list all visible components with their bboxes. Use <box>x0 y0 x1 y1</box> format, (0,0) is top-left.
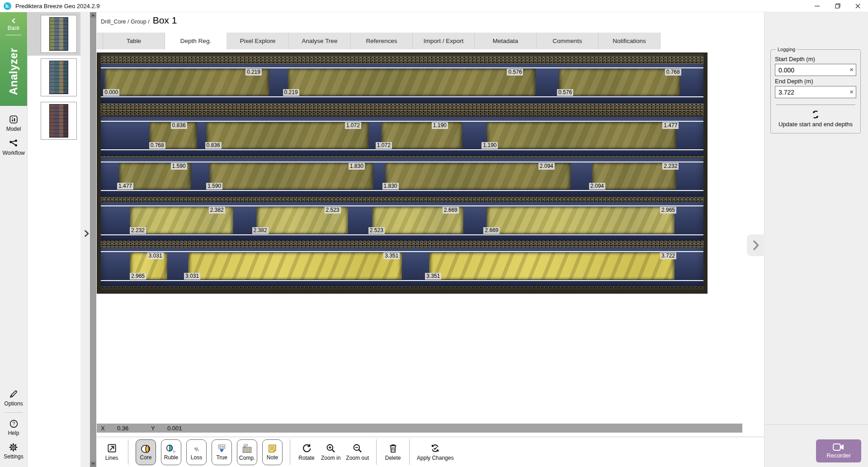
titlebar: b. Prediktera Breeze Geo 2024.2.9 <box>0 0 868 12</box>
depth-label: 2.094 <box>589 183 605 190</box>
start-depth-label: Start Depth (m) <box>775 56 856 62</box>
recorder-button[interactable]: Recorder <box>816 439 861 462</box>
scroll-up-button[interactable] <box>90 12 96 18</box>
lines-icon <box>107 443 117 453</box>
zoom-in-button[interactable]: Zoom in <box>321 443 340 461</box>
button-label: Ruble <box>164 454 178 461</box>
sidebar-item-options[interactable]: Options <box>4 390 23 407</box>
mode-button-loss[interactable]: Loss <box>186 439 207 465</box>
depth-band-line <box>101 96 703 97</box>
rotate-button[interactable]: Rotate <box>297 443 316 461</box>
depth-band-line <box>101 67 703 68</box>
gear-icon <box>9 443 18 452</box>
depth-label: 1.830 <box>349 163 365 170</box>
back-button[interactable]: Back <box>8 25 20 31</box>
annotation-mode-group: CoreRubleLossX mTrueComp.Note <box>136 439 283 465</box>
clear-end-depth-icon[interactable]: × <box>849 88 854 96</box>
update-depths-button[interactable]: Update start and end depths <box>775 110 856 128</box>
depth-band-line <box>101 121 703 122</box>
sidebar-item-help[interactable]: ?Help <box>8 419 19 436</box>
clear-start-depth-icon[interactable]: × <box>849 66 854 74</box>
scroll-down-button[interactable] <box>90 461 96 467</box>
depth-label: 3.351 <box>383 253 400 259</box>
core-box-image[interactable]: 0.2190.5760.7680.0000.2190.5760.8361.072… <box>97 52 708 294</box>
breadcrumb-path[interactable]: Drill_Core / Group / <box>101 19 150 25</box>
tab-table[interactable]: Table <box>103 33 165 49</box>
core-segment <box>486 122 676 149</box>
vertical-scrollbar[interactable] <box>90 12 96 467</box>
depth-label: 0.576 <box>557 89 573 96</box>
close-button[interactable] <box>848 0 868 12</box>
depth-label: 2.965 <box>130 273 146 280</box>
depth-band-line <box>101 190 703 191</box>
apply-changes-button[interactable]: Apply Changes <box>417 443 453 461</box>
tab-import-export[interactable]: Import / Export <box>413 33 475 49</box>
mode-button-note[interactable]: Note <box>262 439 283 465</box>
end-depth-input[interactable] <box>775 86 856 98</box>
toolbar-divider <box>128 439 128 465</box>
sidebar-item-settings[interactable]: Settings <box>4 443 23 460</box>
core-segment <box>288 69 536 96</box>
button-label: Apply Changes <box>417 455 453 461</box>
app-logo-icon: b. <box>4 2 11 10</box>
minimize-button[interactable] <box>807 0 827 12</box>
chevron-right-icon <box>752 240 760 251</box>
mode-button-true[interactable]: X mTrue <box>212 439 232 465</box>
core-segment <box>188 253 402 280</box>
app-sidebar: Back Analyzer ModelWorkflow Options?Help… <box>0 12 28 467</box>
right-panel-expander[interactable] <box>747 234 764 256</box>
depth-label: 2.232 <box>130 227 146 234</box>
depth-label: 0.219 <box>283 89 299 96</box>
core-segment <box>104 69 269 96</box>
depth-label: 2.094 <box>538 163 555 170</box>
depth-label: 1.830 <box>382 183 399 190</box>
depth-label: 2.232 <box>662 163 679 170</box>
tab-pixel-explore[interactable]: Pixel Explore <box>227 33 289 49</box>
help-icon: ? <box>9 419 19 429</box>
depth-label: 0.576 <box>507 69 523 76</box>
tab-metadata[interactable]: Metadata <box>475 33 537 49</box>
tab-notifications[interactable]: Notifications <box>599 33 660 49</box>
tab-depth-reg[interactable]: Depth Reg. <box>165 33 227 49</box>
delete-icon <box>388 443 398 453</box>
tab-comments[interactable]: Comments <box>537 33 599 49</box>
button-label: Loss <box>191 454 202 461</box>
core-segment <box>559 69 680 96</box>
sidebar-item-label: Model <box>6 126 21 132</box>
divider <box>6 35 21 35</box>
window-controls <box>807 0 868 12</box>
tab-bar-spacer <box>97 33 103 49</box>
depth-label: 2.523 <box>368 227 385 234</box>
restore-button[interactable] <box>827 0 848 12</box>
comp-icon <box>241 443 253 454</box>
depth-band-line <box>101 162 703 162</box>
breadcrumb: Drill_Core / Group / Box 1 <box>101 15 177 26</box>
tab-analyse-tree[interactable]: Analyse Tree <box>289 33 351 49</box>
mode-button-comp[interactable]: Comp. <box>237 439 257 465</box>
cursor-y-label: Y <box>151 425 167 432</box>
main-content: Drill_Core / Group / Box 1 TableDepth Re… <box>96 12 764 467</box>
delete-button[interactable]: Delete <box>384 443 402 461</box>
right-panel: Logging Start Depth (m) × End Depth (m) … <box>764 12 868 467</box>
mode-button-core[interactable]: Core <box>136 439 156 465</box>
zoom-out-button[interactable]: Zoom out <box>346 443 369 461</box>
start-depth-input[interactable] <box>775 64 856 76</box>
depth-band-line <box>101 280 703 281</box>
lines-button[interactable]: Lines <box>103 443 121 461</box>
sidebar-item-workflow[interactable]: Workflow <box>2 138 24 156</box>
sidebar-item-label: Workflow <box>2 150 24 156</box>
button-label: Rotate <box>298 455 314 461</box>
depth-label: 1.590 <box>171 163 187 170</box>
tab-references[interactable]: References <box>351 33 413 49</box>
button-label: Delete <box>385 455 401 461</box>
sidebar-item-model[interactable]: Model <box>6 114 21 132</box>
depth-label: 0.836 <box>171 122 187 129</box>
depth-label: 2.965 <box>660 207 676 214</box>
chevron-left-icon <box>10 18 17 24</box>
thumbnail-panel-expander[interactable] <box>83 225 90 242</box>
tab-bar: TableDepth Reg.Pixel ExploreAnalyse Tree… <box>97 33 660 49</box>
true-icon: X m <box>217 443 227 454</box>
cursor-y-value: 0.001 <box>167 425 197 432</box>
thumbnail-frame <box>41 15 77 53</box>
mode-button-ruble[interactable]: Ruble <box>161 439 181 465</box>
